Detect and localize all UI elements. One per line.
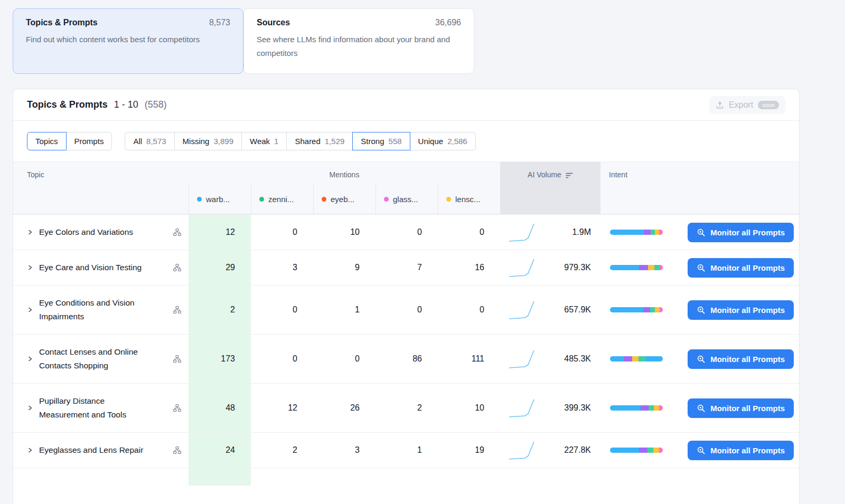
- intent-bar: [610, 265, 663, 270]
- competitor-dot: [197, 197, 202, 202]
- expand-chevron-icon[interactable]: [27, 356, 33, 362]
- mention-value: 0: [375, 286, 438, 334]
- card-count: 8,573: [209, 18, 230, 27]
- filter-unique[interactable]: Unique 2,586: [410, 132, 476, 150]
- ai-volume-value: 657.9K: [564, 305, 591, 315]
- expand-chevron-icon[interactable]: [27, 307, 33, 313]
- expand-chevron-icon[interactable]: [27, 447, 33, 453]
- ai-volume-cell: 399.3K: [500, 384, 600, 432]
- mention-value: 2: [189, 286, 251, 334]
- ai-volume-cell: 1.9M: [500, 215, 600, 250]
- monitor-all-prompts-button[interactable]: Monitor all Prompts: [688, 441, 794, 460]
- column-competitor-lensc: lensc...: [438, 184, 500, 214]
- mention-value: [251, 468, 313, 486]
- mention-value: 173: [189, 335, 251, 383]
- monitor-all-prompts-button[interactable]: Monitor all Prompts: [688, 398, 794, 418]
- competitor-name: lensc...: [455, 195, 481, 204]
- card-topics-prompts[interactable]: Topics & Prompts 8,573 Find out which co…: [13, 8, 243, 74]
- ai-volume-cell: 657.9K: [500, 286, 600, 334]
- intent-bar: [610, 448, 663, 453]
- intent-bar: [610, 405, 663, 411]
- filter-all[interactable]: All 8,573: [125, 132, 174, 150]
- filter-shared[interactable]: Shared 1,529: [286, 132, 353, 150]
- mention-value: 111: [438, 335, 500, 383]
- monitor-all-prompts-button[interactable]: Monitor all Prompts: [688, 300, 794, 320]
- card-description: Find out which content works best for co…: [26, 33, 222, 46]
- expand-chevron-icon[interactable]: [27, 229, 33, 235]
- page-title: Topics & Prompts: [27, 99, 108, 110]
- hierarchy-icon: [173, 229, 181, 236]
- topic-cell: Eyeglasses and Lens Repair: [13, 433, 189, 468]
- topic-label[interactable]: Eye Care and Vision Testing: [39, 261, 142, 274]
- panel-title-group: Topics & Prompts 1 - 10 (558): [27, 99, 167, 110]
- toggle-label: Prompts: [74, 137, 104, 146]
- column-competitor-zenni: zenni...: [251, 184, 313, 214]
- intent-cell: Monitor all Prompts: [600, 335, 799, 383]
- toggle-topics[interactable]: Topics: [27, 132, 67, 150]
- monitor-all-prompts-button[interactable]: Monitor all Prompts: [688, 258, 794, 278]
- filter-count: 1: [274, 137, 278, 146]
- filter-missing[interactable]: Missing 3,899: [174, 132, 242, 150]
- table-row: Contact Lenses and Online Contacts Shopp…: [13, 334, 799, 383]
- mention-value: 10: [313, 215, 375, 250]
- mention-value: 26: [313, 384, 375, 432]
- magnifier-icon: [697, 306, 706, 315]
- monitor-button-label: Monitor all Prompts: [710, 355, 785, 364]
- topic-label[interactable]: Contact Lenses and Online Contacts Shopp…: [39, 345, 147, 373]
- topic-label[interactable]: Eye Colors and Variations: [39, 225, 133, 239]
- ai-volume-value: 485.3K: [564, 354, 591, 364]
- mention-value: 1: [375, 433, 438, 468]
- monitor-button-label: Monitor all Prompts: [710, 404, 785, 413]
- export-button[interactable]: Export soon: [709, 96, 785, 114]
- mention-value: [189, 468, 251, 486]
- table-row: Eye Conditions and Vision Impairments 2 …: [13, 285, 799, 334]
- mention-value: 0: [375, 215, 438, 250]
- pagination-total: (558): [145, 99, 167, 110]
- table-header-row-2: warb... zenni... eyeb... glass... lensc.…: [13, 184, 799, 214]
- filter-strong[interactable]: Strong 558: [352, 132, 410, 150]
- view-toggle: Topics Prompts: [27, 132, 112, 150]
- filter-count: 2,586: [447, 137, 467, 146]
- filter-label: Strong: [361, 137, 384, 146]
- mention-value: 7: [375, 250, 438, 285]
- monitor-button-label: Monitor all Prompts: [710, 263, 785, 272]
- filter-weak[interactable]: Weak 1: [241, 132, 287, 150]
- upload-icon: [716, 101, 724, 109]
- competitor-dot: [259, 197, 264, 202]
- topic-label[interactable]: Pupillary Distance Measurement and Tools: [39, 394, 147, 422]
- ai-volume-cell: [500, 468, 600, 486]
- topics-prompts-panel: Topics & Prompts 1 - 10 (558) Export soo…: [13, 89, 800, 504]
- topic-label[interactable]: Eye Conditions and Vision Impairments: [39, 296, 147, 324]
- column-ai-volume[interactable]: AI Volume: [500, 162, 600, 184]
- card-sources[interactable]: Sources 36,696 See where LLMs find infor…: [243, 8, 474, 74]
- toggle-prompts[interactable]: Prompts: [66, 132, 112, 150]
- filter-label: Missing: [183, 137, 210, 146]
- monitor-all-prompts-button[interactable]: Monitor all Prompts: [688, 223, 794, 242]
- table-row: Eye Care and Vision Testing 29 3 9 7 16 …: [13, 250, 799, 285]
- topic-cell: Pupillary Distance Measurement and Tools: [13, 384, 189, 432]
- monitor-all-prompts-button[interactable]: Monitor all Prompts: [688, 349, 794, 369]
- filter-label: All: [133, 137, 142, 146]
- monitor-button-label: Monitor all Prompts: [710, 306, 785, 315]
- table-row: Eye Colors and Variations 12 0 10 0 0 1.…: [13, 214, 799, 250]
- export-label: Export: [729, 100, 753, 110]
- mention-value: 0: [438, 286, 500, 334]
- competitor-dot: [384, 197, 389, 202]
- topic-cell: Contact Lenses and Online Contacts Shopp…: [13, 335, 189, 383]
- trend-sparkline: [508, 397, 538, 419]
- trend-sparkline: [508, 222, 538, 243]
- competitor-dot: [446, 197, 451, 202]
- header-spacer: [13, 184, 189, 214]
- mention-value: 24: [189, 433, 251, 468]
- ai-volume-cell: 227.8K: [500, 433, 600, 468]
- table-row: Eyeglasses and Lens Repair 24 2 3 1 19 2…: [13, 432, 799, 468]
- expand-chevron-icon[interactable]: [27, 264, 33, 271]
- trend-sparkline: [508, 440, 538, 461]
- mention-value: 3: [251, 250, 313, 285]
- expand-chevron-icon[interactable]: [27, 405, 33, 411]
- topic-label[interactable]: Eyeglasses and Lens Repair: [39, 443, 143, 457]
- intent-cell: Monitor all Prompts: [600, 215, 799, 250]
- ai-volume-cell: 979.3K: [500, 250, 600, 285]
- soon-badge: soon: [758, 101, 779, 109]
- hierarchy-icon: [173, 446, 181, 454]
